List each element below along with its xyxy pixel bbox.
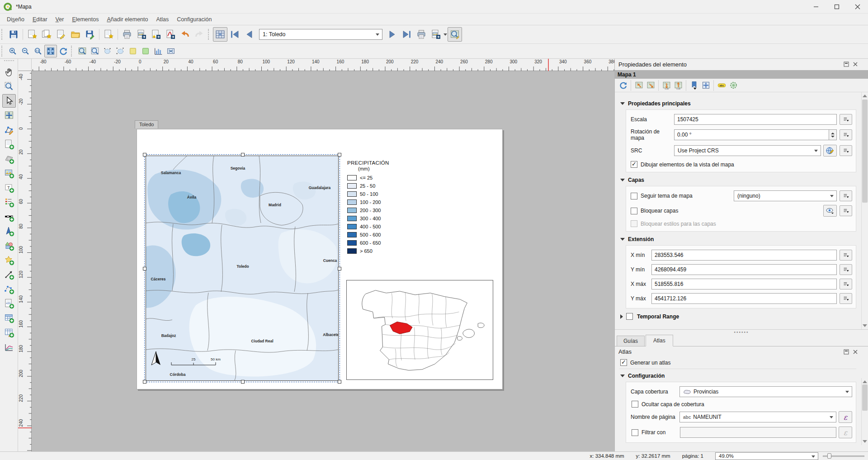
add-fixed-table-icon[interactable]: [2, 326, 16, 339]
atlas-settings-icon[interactable]: [448, 27, 462, 42]
draw-map-items-checkbox[interactable]: [631, 161, 637, 168]
data-defined-button[interactable]: [840, 250, 852, 261]
filter-with-checkbox[interactable]: [632, 429, 638, 436]
add-label-icon[interactable]: T: [2, 181, 16, 194]
follow-map-theme-checkbox[interactable]: [631, 193, 637, 199]
add-picture-icon[interactable]: [2, 166, 16, 180]
zoom-slider-knob[interactable]: [827, 453, 831, 459]
expression-button[interactable]: ε: [839, 411, 852, 423]
add-north-arrow-icon[interactable]: [2, 224, 16, 238]
marquee-select-icon[interactable]: [101, 45, 114, 57]
labeling-settings-icon[interactable]: abc: [716, 80, 727, 91]
new-layout-icon[interactable]: [25, 27, 39, 42]
add-elevation-profile-icon[interactable]: [2, 340, 16, 354]
print-icon[interactable]: [120, 27, 134, 42]
layout-canvas[interactable]: Toledo: [32, 71, 614, 451]
add-legend-icon[interactable]: [2, 195, 16, 209]
duplicate-layout-icon[interactable]: [39, 27, 54, 42]
preview-search-icon[interactable]: [89, 45, 101, 57]
layout-manager-icon[interactable]: [54, 27, 68, 42]
set-extent-to-canvas-icon[interactable]: [633, 80, 645, 91]
add-attribute-table-icon[interactable]: [2, 311, 16, 325]
crs-combo[interactable]: Use Project CRS: [674, 145, 821, 156]
close-panel-icon[interactable]: [853, 62, 858, 67]
generate-atlas-checkbox[interactable]: [620, 359, 627, 366]
redo-icon[interactable]: [192, 27, 207, 42]
export-svg-icon[interactable]: [149, 27, 163, 42]
export-image-icon[interactable]: [134, 27, 149, 42]
extent-input-ymin[interactable]: [651, 264, 837, 275]
data-defined-button[interactable]: [840, 190, 852, 201]
section-extent[interactable]: Extensión: [620, 236, 856, 242]
lower-items-icon[interactable]: [139, 45, 152, 57]
data-defined-button[interactable]: [840, 264, 852, 275]
view-extent-in-canvas-icon[interactable]: [645, 80, 656, 91]
set-canvas-to-scale-icon[interactable]: 1:23: [672, 80, 684, 91]
page-name-combo[interactable]: abc NAMEUNIT: [679, 412, 836, 422]
data-defined-button[interactable]: [840, 145, 852, 156]
marquee-select-add-icon[interactable]: [114, 45, 127, 57]
data-defined-button[interactable]: [840, 279, 852, 289]
zoom-actual-icon[interactable]: 1:1: [32, 45, 44, 57]
expression-button-disabled[interactable]: ε: [839, 427, 852, 438]
legend-item[interactable]: PRECIPITACIÓN (mm) <= 2525 - 5050 - 1001…: [347, 160, 415, 255]
extent-input-xmin[interactable]: [651, 250, 837, 261]
save-as-template-icon[interactable]: [83, 27, 97, 42]
visibility-eye-button[interactable]: [823, 205, 837, 217]
add-arrow-icon[interactable]: [2, 268, 16, 281]
properties-scrollbar[interactable]: [861, 92, 868, 329]
map-theme-combo[interactable]: (ninguno): [734, 190, 837, 201]
add-html-icon[interactable]: </>: [2, 297, 16, 310]
section-temporal-range[interactable]: Temporal Range: [620, 313, 856, 320]
zoom-tool-icon[interactable]: [2, 80, 16, 93]
tab-guias[interactable]: Guías: [617, 336, 645, 346]
menu-elementos[interactable]: Elementos: [68, 14, 103, 24]
maximize-button[interactable]: [826, 0, 847, 14]
atlas-preview-icon[interactable]: [213, 27, 227, 42]
menu-ver[interactable]: Ver: [52, 14, 68, 24]
close-panel-icon[interactable]: [853, 349, 858, 355]
add-marker-icon[interactable]: [2, 253, 16, 267]
item-statistics-icon[interactable]: [152, 45, 165, 57]
zoom-level-combo[interactable]: 49.0%: [715, 452, 818, 460]
pan-icon[interactable]: [2, 65, 16, 79]
atlas-scrollbar[interactable]: [861, 378, 868, 445]
zoom-in-icon[interactable]: [6, 45, 19, 57]
minimize-button[interactable]: [806, 0, 826, 14]
preview-mode-icon[interactable]: [76, 45, 89, 57]
menu-configuracion[interactable]: Configuración: [173, 14, 216, 24]
lock-layers-checkbox[interactable]: [631, 208, 637, 214]
print-atlas-icon[interactable]: [414, 27, 429, 42]
atlas-feature-combo[interactable]: 1: Toledo: [259, 29, 382, 40]
extent-input-xmax[interactable]: [651, 279, 837, 289]
export-atlas-dropdown[interactable]: [443, 28, 448, 41]
lock-styles-checkbox[interactable]: [631, 220, 637, 227]
extent-input-ymax[interactable]: [651, 293, 837, 304]
open-layout-icon[interactable]: [68, 27, 83, 42]
menu-diseno[interactable]: Diseño: [3, 14, 28, 24]
export-atlas-icon[interactable]: [429, 27, 443, 42]
float-panel-icon[interactable]: [844, 62, 849, 67]
section-layers[interactable]: Capas: [620, 177, 856, 183]
temporal-range-checkbox[interactable]: [626, 313, 633, 320]
main-map-item[interactable]: SalamancaSegoviaÁvilaMadridGuadalajaraCá…: [146, 156, 339, 381]
layout-page[interactable]: SalamancaSegoviaÁvilaMadridGuadalajaraCá…: [137, 129, 503, 389]
undo-icon[interactable]: [178, 27, 192, 42]
interactive-extent-icon[interactable]: [700, 80, 712, 91]
update-preview-icon[interactable]: [617, 80, 629, 91]
menu-atlas[interactable]: Atlas: [152, 14, 173, 24]
coverage-layer-combo[interactable]: Provincias: [679, 386, 852, 397]
rotation-input[interactable]: [674, 129, 829, 140]
add-pages-icon[interactable]: [101, 27, 116, 42]
save-project-icon[interactable]: [6, 27, 21, 42]
close-button[interactable]: [847, 0, 868, 14]
menu-editar[interactable]: Editar: [28, 14, 52, 24]
overview-map-item[interactable]: [346, 280, 493, 380]
filter-expression-input[interactable]: [680, 427, 836, 438]
section-main-properties[interactable]: Propiedades principales: [620, 100, 856, 107]
zoom-full-icon[interactable]: [44, 45, 57, 57]
scale-input[interactable]: [674, 114, 837, 125]
add-scale-bar-icon[interactable]: [2, 210, 16, 223]
select-crs-button[interactable]: [823, 145, 837, 156]
section-atlas-config[interactable]: Configuración: [620, 373, 856, 379]
